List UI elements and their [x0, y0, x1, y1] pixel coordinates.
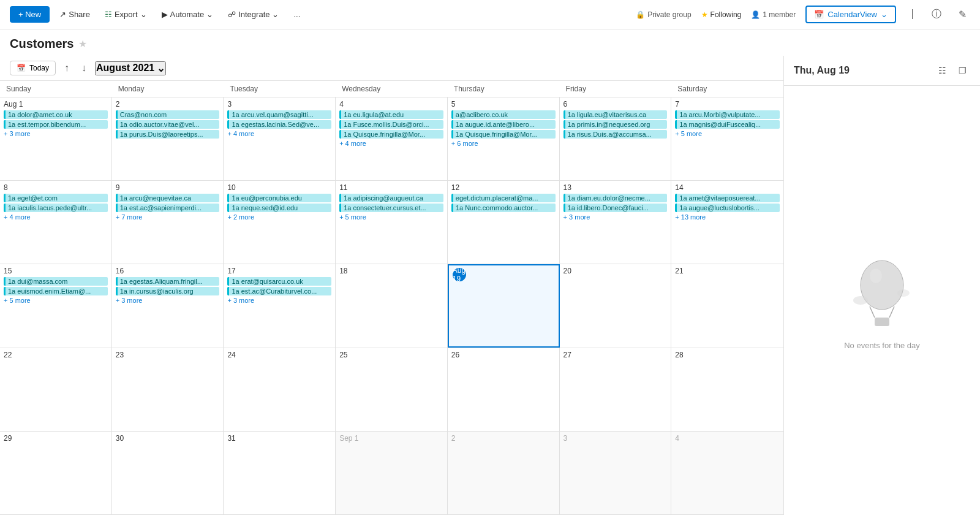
day-cell-1-5[interactable]: 131a diam.eu.dolor@necme...1a id.libero.…: [560, 181, 672, 264]
day-cell-2-6[interactable]: 21: [671, 264, 783, 347]
integrate-button[interactable]: ☍ Integrate ⌄: [223, 7, 284, 21]
event-item[interactable]: 1a augue@luctuslobortis...: [675, 204, 780, 212]
event-item[interactable]: 1a Fusce.mollis.Duis@orci...: [339, 120, 443, 129]
day-cell-0-1[interactable]: 2Cras@non.com1a odio.auctor.vitae@vel...…: [112, 97, 224, 180]
event-item[interactable]: a@aclibero.co.uk: [451, 110, 556, 119]
event-item[interactable]: 1a arcu.Morbi@vulputate...: [675, 110, 780, 119]
day-cell-4-4[interactable]: 2: [448, 432, 560, 514]
day-cell-4-5[interactable]: 3: [560, 432, 672, 514]
side-panel-view-toggle[interactable]: ☷: [935, 63, 950, 78]
more-events-link[interactable]: + 3 more: [227, 297, 331, 304]
day-cell-0-0[interactable]: Aug 11a dolor@amet.co.uk1a est.tempor.bi…: [0, 97, 112, 180]
day-cell-0-3[interactable]: 41a eu.ligula@at.edu1a Fusce.mollis.Duis…: [336, 97, 448, 180]
event-item[interactable]: 1a Quisque.fringilla@Mor...: [339, 130, 443, 139]
event-item[interactable]: 1a in.cursus@iaculis.org: [116, 287, 220, 295]
favorite-star-icon[interactable]: ★: [78, 38, 87, 50]
more-events-link[interactable]: + 4 more: [339, 140, 443, 147]
day-cell-3-6[interactable]: 28: [671, 348, 783, 431]
month-label[interactable]: August 2021 ⌄: [95, 61, 166, 75]
event-item[interactable]: 1a adipiscing@augueut.ca: [339, 194, 443, 202]
automate-button[interactable]: ▶ Automate ⌄: [157, 7, 219, 21]
more-events-link[interactable]: + 5 more: [4, 297, 108, 304]
export-button[interactable]: ☷ Export ⌄: [100, 7, 152, 21]
day-cell-1-4[interactable]: 12eget.dictum.placerat@ma...1a Nunc.comm…: [448, 181, 560, 264]
more-events-link[interactable]: + 6 more: [451, 140, 556, 147]
info-button[interactable]: ⓘ: [928, 6, 945, 23]
event-item[interactable]: 1a Nunc.commodo.auctor...: [451, 204, 556, 212]
more-events-link[interactable]: + 5 more: [675, 130, 780, 137]
day-cell-0-6[interactable]: 71a arcu.Morbi@vulputate...1a magnis@dui…: [671, 97, 783, 180]
event-item[interactable]: 1a risus.Duis.a@accumsa...: [564, 130, 668, 139]
calendar-view-button[interactable]: 📅 CalendarView ⌄: [805, 6, 896, 23]
filter-button[interactable]: ⏐: [906, 7, 918, 23]
day-cell-0-2[interactable]: 31a arcu.vel.quam@sagitti...1a egestas.l…: [224, 97, 336, 180]
more-events-link[interactable]: + 3 more: [116, 297, 220, 304]
day-cell-1-2[interactable]: 101a eu@perconubia.edu1a neque.sed@id.ed…: [224, 181, 336, 264]
event-item[interactable]: 1a eget@et.com: [4, 194, 108, 202]
more-events-link[interactable]: + 4 more: [4, 213, 108, 221]
event-item[interactable]: 1a id.libero.Donec@fauci...: [564, 204, 668, 212]
event-item[interactable]: 1a erat@quisarcu.co.uk: [227, 277, 331, 286]
day-cell-4-2[interactable]: 31: [224, 432, 336, 514]
event-item[interactable]: 1a primis.in@nequesed.org: [564, 120, 668, 129]
day-cell-3-2[interactable]: 24: [224, 348, 336, 431]
event-item[interactable]: 1a dui@massa.com: [4, 277, 108, 286]
more-events-link[interactable]: + 3 more: [4, 130, 108, 137]
day-cell-3-5[interactable]: 27: [560, 348, 672, 431]
following-button[interactable]: ★ Following: [701, 10, 742, 19]
event-item[interactable]: 1a neque.sed@id.edu: [227, 204, 331, 212]
event-item[interactable]: 1a ligula.eu@vitaerisus.ca: [564, 110, 668, 119]
day-cell-4-3[interactable]: Sep 1: [336, 432, 448, 514]
new-button[interactable]: + New: [10, 6, 50, 23]
day-cell-1-3[interactable]: 111a adipiscing@augueut.ca1a consectetue…: [336, 181, 448, 264]
more-events-link[interactable]: + 3 more: [564, 213, 668, 221]
event-item[interactable]: 1a est.ac@sapienimperdi...: [116, 204, 220, 212]
day-cell-1-1[interactable]: 91a arcu@nequevitae.ca1a est.ac@sapienim…: [112, 181, 224, 264]
edit-button[interactable]: ✎: [955, 6, 970, 23]
event-item[interactable]: 1a Quisque.fringilla@Mor...: [451, 130, 556, 139]
day-cell-4-1[interactable]: 30: [112, 432, 224, 514]
day-cell-3-4[interactable]: 26: [448, 348, 560, 431]
day-cell-2-4[interactable]: Aug 19: [448, 264, 560, 347]
event-item[interactable]: 1a egestas.lacinia.Sed@ve...: [227, 120, 331, 129]
day-cell-0-4[interactable]: 5a@aclibero.co.uk1a augue.id.ante@libero…: [448, 97, 560, 180]
event-item[interactable]: 1a arcu@nequevitae.ca: [116, 194, 220, 202]
day-cell-2-2[interactable]: 171a erat@quisarcu.co.uk1a est.ac@Curabi…: [224, 264, 336, 347]
event-item[interactable]: 1a est.ac@Curabiturvel.co...: [227, 287, 331, 295]
event-item[interactable]: 1a consectetuer.cursus.et...: [339, 204, 443, 212]
day-cell-3-1[interactable]: 23: [112, 348, 224, 431]
more-events-link[interactable]: + 5 more: [339, 213, 443, 221]
day-cell-4-6[interactable]: 4: [671, 432, 783, 514]
event-item[interactable]: eget.dictum.placerat@ma...: [451, 194, 556, 202]
event-item[interactable]: 1a arcu.vel.quam@sagitti...: [227, 110, 331, 119]
day-cell-2-0[interactable]: 151a dui@massa.com1a euismod.enim.Etiam@…: [0, 264, 112, 347]
event-item[interactable]: 1a odio.auctor.vitae@vel...: [116, 120, 220, 129]
day-cell-3-0[interactable]: 22: [0, 348, 112, 431]
day-cell-1-6[interactable]: 141a amet@vitaeposuereat...1a augue@luct…: [671, 181, 783, 264]
day-cell-4-0[interactable]: 29: [0, 432, 112, 514]
day-cell-2-1[interactable]: 161a egestas.Aliquam.fringil...1a in.cur…: [112, 264, 224, 347]
next-month-button[interactable]: ↓: [78, 61, 90, 75]
event-item[interactable]: 1a dolor@amet.co.uk: [4, 110, 108, 119]
more-events-link[interactable]: + 13 more: [675, 213, 780, 221]
event-item[interactable]: 1a diam.eu.dolor@necme...: [564, 194, 668, 202]
event-item[interactable]: 1a augue.id.ante@libero...: [451, 120, 556, 129]
more-button[interactable]: ...: [288, 7, 305, 21]
day-cell-2-3[interactable]: 18: [336, 264, 448, 347]
day-cell-3-3[interactable]: 25: [336, 348, 448, 431]
day-cell-0-5[interactable]: 61a ligula.eu@vitaerisus.ca1a primis.in@…: [560, 97, 672, 180]
more-events-link[interactable]: + 2 more: [227, 213, 331, 221]
event-item[interactable]: 1a eu@perconubia.edu: [227, 194, 331, 202]
share-button[interactable]: ↗ Share: [55, 7, 95, 21]
side-panel-expand[interactable]: ❐: [955, 63, 970, 78]
event-item[interactable]: 1a amet@vitaeposuereat...: [675, 194, 780, 202]
event-item[interactable]: 1a egestas.Aliquam.fringil...: [116, 277, 220, 286]
event-item[interactable]: 1a purus.Duis@laoreetips...: [116, 130, 220, 139]
event-item[interactable]: 1a euismod.enim.Etiam@...: [4, 287, 108, 295]
event-item[interactable]: 1a eu.ligula@at.edu: [339, 110, 443, 119]
prev-month-button[interactable]: ↑: [61, 61, 73, 75]
today-button[interactable]: 📅 Today: [10, 61, 56, 75]
day-cell-1-0[interactable]: 81a eget@et.com1a iaculis.lacus.pede@ult…: [0, 181, 112, 264]
event-item[interactable]: Cras@non.com: [116, 110, 220, 119]
event-item[interactable]: 1a magnis@duiFuscealiq...: [675, 120, 780, 129]
